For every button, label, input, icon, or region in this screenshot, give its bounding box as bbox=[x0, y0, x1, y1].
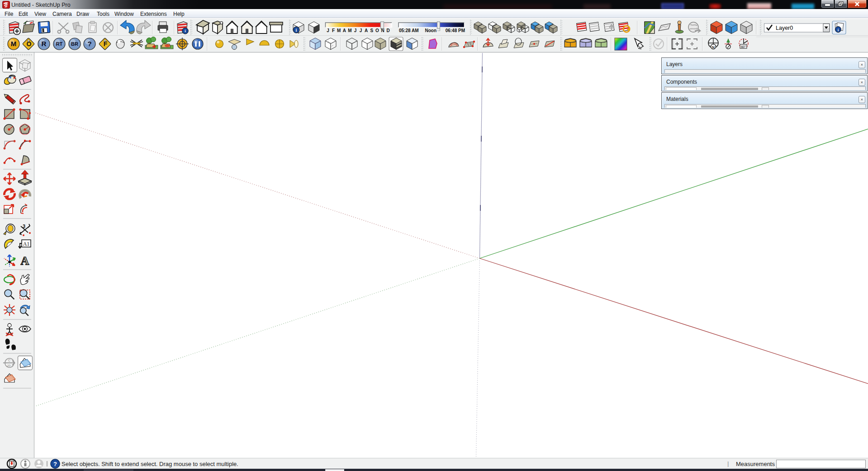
svg-text:05:28 AM: 05:28 AM bbox=[399, 28, 419, 33]
svg-text:i: i bbox=[296, 28, 297, 33]
svg-text:J: J bbox=[354, 28, 357, 33]
svg-text:J: J bbox=[360, 28, 362, 33]
svg-text:A: A bbox=[21, 254, 29, 267]
svg-text:M: M bbox=[348, 28, 351, 33]
svg-text:60°: 60° bbox=[741, 45, 746, 48]
svg-text:M: M bbox=[11, 40, 17, 48]
svg-text:N: N bbox=[712, 45, 715, 49]
svg-text:BR: BR bbox=[71, 41, 78, 47]
svg-text:?: ? bbox=[53, 461, 57, 467]
svg-text:S: S bbox=[370, 28, 373, 33]
svg-text:R: R bbox=[42, 40, 47, 48]
svg-text:06:48 PM: 06:48 PM bbox=[446, 28, 465, 33]
svg-text:3: 3 bbox=[23, 224, 25, 229]
svg-text:O: O bbox=[27, 40, 32, 48]
svg-text:Layer0: Layer0 bbox=[776, 25, 793, 31]
svg-text:A1: A1 bbox=[23, 241, 30, 247]
svg-text:N: N bbox=[381, 28, 384, 33]
svg-text:F: F bbox=[104, 40, 108, 48]
svg-text:A: A bbox=[365, 28, 368, 33]
svg-text:C: C bbox=[8, 359, 10, 362]
svg-text:M: M bbox=[337, 28, 341, 33]
svg-text:?: ? bbox=[87, 40, 91, 48]
svg-text:A: A bbox=[343, 28, 346, 33]
svg-text:Noon: Noon bbox=[425, 28, 436, 33]
svg-text:F: F bbox=[332, 28, 335, 33]
svg-text:D: D bbox=[386, 28, 389, 33]
svg-text:J: J bbox=[327, 28, 329, 33]
svg-text:2D: 2D bbox=[7, 364, 11, 367]
svg-text:O: O bbox=[375, 28, 379, 33]
svg-text:RT: RT bbox=[56, 41, 63, 47]
